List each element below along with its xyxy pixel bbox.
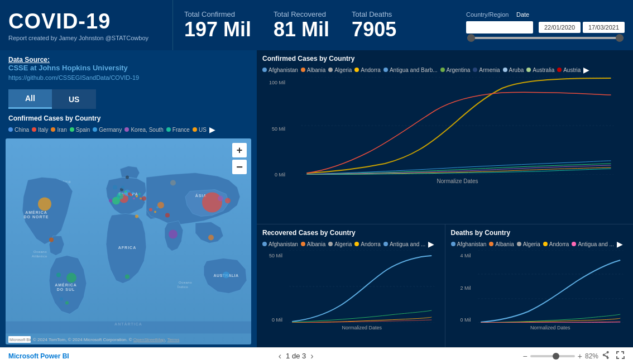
country-legend: ChinaItalyIranSpainGermanyKorea, SouthFr…	[8, 125, 248, 134]
logo-section: COVID-19 Report created by Jamey Johnsto…	[0, 0, 173, 50]
date-start-input[interactable]: 22/01/2020	[539, 22, 581, 33]
chart-legend-dot	[262, 68, 267, 72]
svg-point-27	[136, 195, 138, 198]
zoom-slider[interactable]	[530, 355, 575, 357]
svg-text:DO NORTE: DO NORTE	[24, 215, 49, 219]
deaths-y-0: 0 Mil	[460, 317, 471, 323]
chart-legend-label: Afghanistan	[457, 241, 487, 247]
deaths-legend-item: Albania	[489, 241, 514, 247]
share-button[interactable]	[601, 351, 610, 362]
country-control-row: Country/Region Date	[466, 11, 625, 18]
filter-all-button[interactable]: All	[8, 89, 52, 109]
filter-us-button[interactable]: US	[52, 89, 96, 109]
svg-point-11	[121, 186, 124, 189]
deaths-chart-title: Deaths by Country	[451, 229, 511, 237]
confirmed-legend-item: Algeria	[328, 67, 352, 73]
bing-logo-icon: Microsoft Bing	[8, 336, 31, 343]
bottom-charts: Recovered Cases by Country AfghanistanAl…	[257, 224, 633, 347]
legend-label: China	[15, 127, 29, 133]
map-zoom-in-button[interactable]: +	[232, 143, 247, 157]
page-next-button[interactable]: ›	[310, 351, 313, 361]
svg-point-23	[130, 194, 132, 197]
slider-thumb-left[interactable]	[467, 34, 475, 42]
stats-section: Total Confirmed 197 Mil Total Recovered …	[173, 0, 458, 50]
chart-legend-dot	[328, 68, 333, 72]
chart-legend-label: Albania	[307, 67, 325, 73]
recovered-chart-legend: AfghanistanAlbaniaAlgeriaAndorraAntigua …	[262, 240, 439, 248]
deaths-y-axis: 4 Mil 2 Mil 0 Mil	[451, 253, 473, 323]
date-slider-track[interactable]	[467, 37, 624, 39]
confirmed-legend-item: Armenia	[473, 67, 500, 73]
map-dot-china	[202, 193, 222, 213]
date-slider-row	[466, 37, 625, 39]
legend-more-button[interactable]: ▶	[209, 125, 215, 134]
deaths-chart-canvas: 0 20 40 60 Normalized Dates	[473, 250, 628, 331]
x-axis-label-recovered: Normalized Dates	[285, 325, 439, 331]
svg-point-31	[154, 211, 156, 213]
svg-point-15	[225, 198, 231, 204]
fullscreen-button[interactable]	[616, 351, 625, 362]
svg-rect-4	[6, 322, 251, 334]
deaths-chart-legend: AfghanistanAlbaniaAlgeriaAndorraAntigua …	[451, 240, 628, 248]
recovered-chart-section: Recovered Cases by Country AfghanistanAl…	[257, 224, 445, 347]
deaths-legend-item: Afghanistan	[451, 241, 487, 247]
chart-legend-label: Algeria	[523, 241, 540, 247]
svg-point-30	[149, 208, 152, 212]
legend-item-italy: Italy	[32, 127, 48, 133]
legend-dot	[124, 127, 129, 132]
legend-item-korea--south: Korea, South	[124, 127, 163, 133]
legend-label: Italy	[38, 127, 48, 133]
x-axis-label-deaths: Normalized Dates	[473, 325, 628, 331]
zoom-out-button[interactable]: −	[523, 352, 528, 361]
deaths-label: Total Deaths	[352, 10, 392, 18]
map-dot-india	[169, 230, 178, 239]
openstreetmap-link[interactable]: OpenStreetMap	[133, 337, 165, 342]
legend-item-spain: Spain	[70, 127, 90, 133]
confirmed-label: Total Confirmed	[184, 10, 235, 18]
svg-point-8	[56, 273, 61, 277]
recovered-chart-area: 50 Mil 0 Mil	[262, 250, 439, 331]
map-container[interactable]: Oceano Ártico Oceano Atlântico Oceano Ín…	[6, 138, 251, 344]
chart-legend-label: Andorra	[549, 241, 569, 247]
filter-buttons: All US	[0, 87, 257, 112]
recovered-legend-item: Afghanistan	[262, 241, 298, 247]
confirmed-stat: Total Confirmed 197 Mil	[184, 10, 251, 41]
chart-legend-dot	[473, 68, 477, 72]
share-icon	[601, 351, 610, 360]
chart-legend-label: Algeria	[334, 241, 352, 247]
map-dot-france	[117, 193, 123, 200]
chart-legend-dot	[572, 242, 576, 246]
data-source-link[interactable]: https://github.com/CSSEGISandData/COVID-…	[8, 74, 139, 81]
recovered-y-axis: 50 Mil 0 Mil	[262, 253, 285, 323]
legend-dot	[8, 127, 13, 132]
terms-link[interactable]: Terms	[167, 337, 180, 342]
page-prev-button[interactable]: ‹	[279, 351, 281, 361]
date-end-input[interactable]: 17/03/2021	[583, 22, 625, 33]
deaths-legend-more-button[interactable]: ▶	[617, 240, 623, 248]
legend-dot	[93, 127, 97, 132]
map-copyright-text: © 2024 TomTom, © 2024 Microsoft Corporat…	[33, 337, 179, 342]
confirmed-legend-item: Austria	[557, 67, 581, 73]
chart-legend-dot	[543, 242, 548, 246]
legend-item-china: China	[8, 127, 29, 133]
country-dropdown[interactable]: Todos ▼	[466, 21, 533, 33]
map-dot-brazil	[66, 273, 76, 283]
recovered-legend-more-button[interactable]: ▶	[428, 240, 434, 248]
country-dropdown-value: Todos	[471, 23, 488, 31]
svg-point-16	[223, 272, 229, 279]
deaths-stat: Total Deaths 7905	[352, 10, 396, 41]
powerbi-brand-link[interactable]: Microsoft Power BI	[8, 352, 69, 360]
zoom-slider-thumb[interactable]	[553, 353, 559, 360]
confirmed-chart-title: Confirmed Cases by Country	[262, 55, 627, 63]
date-inputs: 22/01/2020 17/03/2021	[539, 22, 625, 33]
slider-thumb-right[interactable]	[616, 34, 624, 42]
svg-point-20	[208, 235, 214, 241]
bottom-icons	[601, 351, 625, 362]
confirmed-legend-more-button[interactable]: ▶	[583, 65, 589, 74]
recovered-y-50: 50 Mil	[269, 253, 282, 258]
legend-label: Spain	[76, 127, 90, 133]
chart-legend-label: Albania	[495, 241, 514, 247]
zoom-in-button[interactable]: +	[578, 352, 582, 361]
map-zoom-out-button[interactable]: −	[232, 160, 247, 174]
chart-legend-label: Armenia	[479, 67, 500, 73]
